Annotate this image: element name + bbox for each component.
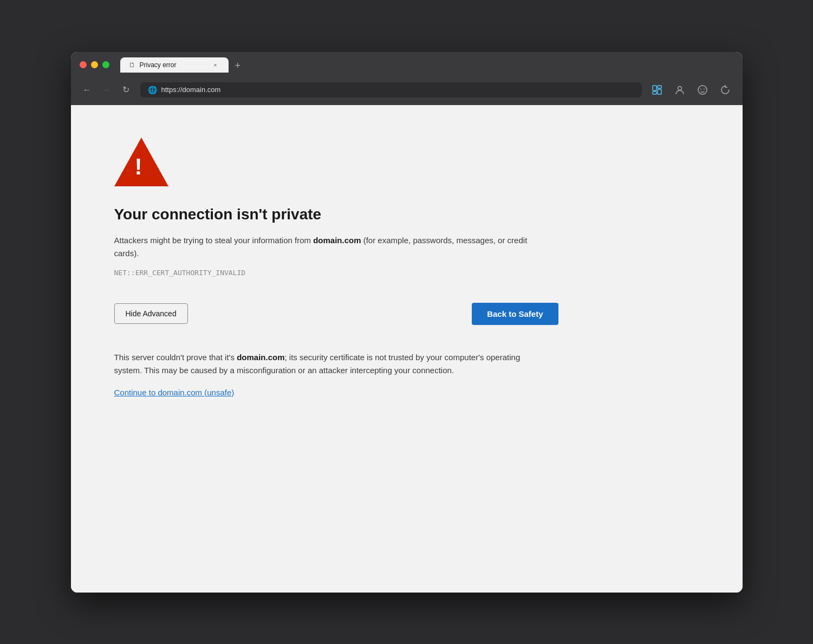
error-code: NET::ERR_CERT_AUTHORITY_INVALID	[114, 269, 699, 277]
button-row: Hide Advanced Back to Safety	[114, 303, 558, 325]
title-bar: 🗋 Privacy error × +	[71, 52, 743, 77]
tab-bar: 🗋 Privacy error × +	[120, 57, 245, 73]
error-title: Your connection isn't private	[114, 206, 699, 223]
description-domain: domain.com	[313, 236, 361, 245]
maximize-button[interactable]	[102, 61, 109, 68]
svg-rect-1	[658, 86, 661, 88]
address-bar: ← → ↻ 🌐 https://domain.com	[71, 77, 743, 105]
svg-point-7	[704, 88, 705, 89]
description-text-part1: Attackers might be trying to steal your …	[114, 236, 314, 245]
back-to-safety-button[interactable]: Back to Safety	[472, 303, 558, 325]
svg-point-4	[678, 86, 681, 90]
tab-close-button[interactable]: ×	[211, 61, 220, 69]
warning-triangle-icon	[114, 138, 168, 186]
forward-nav-button[interactable]: →	[99, 82, 114, 97]
profile-button[interactable]	[671, 81, 688, 99]
advanced-description: This server couldn't prove that it's dom…	[114, 351, 548, 377]
minimize-button[interactable]	[91, 61, 98, 68]
continue-unsafe-link[interactable]: Continue to domain.com (unsafe)	[114, 388, 235, 397]
url-display: https://domain.com	[161, 86, 221, 94]
svg-rect-3	[653, 92, 656, 94]
collections-icon	[652, 84, 662, 95]
close-button[interactable]	[80, 61, 87, 68]
profile-icon	[674, 84, 685, 95]
advanced-text-part1: This server couldn't prove that it's	[114, 353, 237, 362]
new-tab-button[interactable]: +	[231, 58, 245, 73]
tab-favicon-icon: 🗋	[129, 61, 135, 69]
emoji-button[interactable]	[694, 81, 711, 99]
svg-point-6	[700, 88, 701, 89]
url-globe-icon: 🌐	[148, 86, 157, 94]
sync-button[interactable]	[717, 81, 734, 99]
error-description: Attackers might be trying to steal your …	[114, 234, 548, 260]
svg-rect-0	[653, 86, 656, 90]
svg-point-5	[698, 86, 707, 94]
window-controls	[80, 61, 109, 68]
advanced-domain: domain.com	[237, 353, 284, 362]
nav-buttons: ← → ↻	[80, 82, 134, 97]
browser-toolbar-right	[648, 81, 734, 99]
tab-title: Privacy error	[140, 61, 207, 69]
emoji-icon	[697, 84, 708, 95]
url-bar[interactable]: 🌐 https://domain.com	[140, 82, 642, 97]
sync-icon	[720, 84, 731, 95]
svg-rect-2	[658, 89, 661, 94]
active-tab[interactable]: 🗋 Privacy error ×	[120, 57, 229, 73]
reload-button[interactable]: ↻	[119, 82, 134, 97]
error-icon	[114, 138, 699, 188]
collections-button[interactable]	[648, 81, 666, 99]
hide-advanced-button[interactable]: Hide Advanced	[114, 303, 188, 324]
back-nav-button[interactable]: ←	[80, 82, 95, 97]
browser-window: 🗋 Privacy error × + ← → ↻ 🌐 https://doma…	[71, 52, 743, 593]
page-content: Your connection isn't private Attackers …	[71, 105, 743, 593]
